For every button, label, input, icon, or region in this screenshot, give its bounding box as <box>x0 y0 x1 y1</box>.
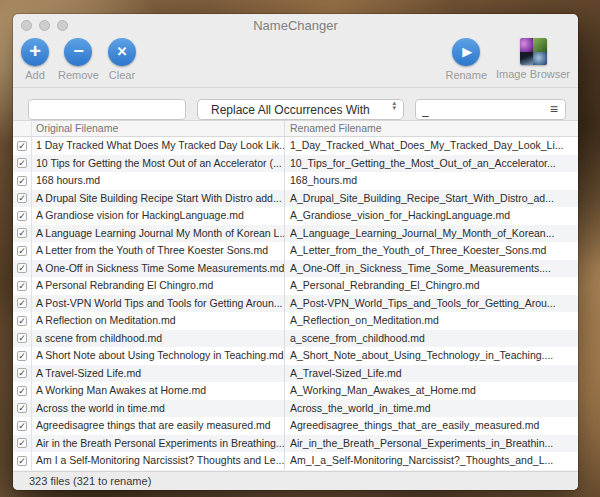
table-header: Original Filename Renamed Filename <box>13 120 578 137</box>
table-row[interactable]: ✓ Air in the Breath Personal Experiments… <box>13 435 578 453</box>
table-row[interactable]: ✓ A Language Learning Journal My Month o… <box>13 225 578 243</box>
row-checkbox[interactable]: ✓ <box>17 298 27 308</box>
table-row[interactable]: ✓ Across the world in time.md Across_the… <box>13 400 578 418</box>
renamed-filename-cell: A_Letter_from_the_Youth_of_Three_Koester… <box>285 242 578 260</box>
table-row[interactable]: ✓ A Letter from the Youth of Three Koest… <box>13 242 578 260</box>
original-filename-column-header[interactable]: Original Filename <box>32 121 285 136</box>
row-checkbox-cell: ✓ <box>13 225 32 243</box>
row-checkbox[interactable]: ✓ <box>17 351 27 361</box>
row-checkbox-cell: ✓ <box>13 347 32 365</box>
renamed-filename-cell: A_Drupal_Site_Building_Recipe_Start_With… <box>285 190 578 208</box>
table-row[interactable]: ✓ Am I a Self-Monitoring Narcissist? Tho… <box>13 452 578 470</box>
row-checkbox-cell: ✓ <box>13 277 32 295</box>
add-button-label: Add <box>25 69 45 81</box>
renamed-filename-column-header[interactable]: Renamed Filename <box>285 121 578 136</box>
table-row[interactable]: ✓ A One-Off in Sickness Time Some Measur… <box>13 260 578 278</box>
rename-mode-dropdown[interactable]: Replace All Occurrences With ▴ ▾ <box>197 99 404 120</box>
row-checkbox[interactable]: ✓ <box>17 193 27 203</box>
original-filename-cell: 1 Day Tracked What Does My Tracked Day L… <box>32 137 285 155</box>
titlebar[interactable]: NameChanger <box>13 14 578 36</box>
clear-button-label: Clear <box>109 69 135 81</box>
table-row[interactable]: ✓ a scene from childhood.md a_scene_from… <box>13 330 578 348</box>
renamed-filename-cell: A_Reflection_on_Meditation.md <box>285 312 578 330</box>
original-filename-cell: A Working Man Awakes at Home.md <box>32 382 285 400</box>
row-checkbox-cell: ✓ <box>13 382 32 400</box>
row-checkbox[interactable]: ✓ <box>17 141 27 151</box>
table-row[interactable]: ✓ A Personal Rebranding El Chingro.md A_… <box>13 277 578 295</box>
row-checkbox[interactable]: ✓ <box>17 176 27 186</box>
checkbox-column-header[interactable] <box>13 121 32 136</box>
dropdown-chevrons-icon: ▴ ▾ <box>392 101 396 110</box>
image-browser-icon <box>520 38 547 65</box>
original-filename-cell: Across the world in time.md <box>32 400 285 418</box>
status-bar: 323 files (321 to rename) <box>13 471 578 490</box>
renamed-filename-cell: Across_the_world_in_time.md <box>285 400 578 418</box>
table-row[interactable]: ✓ A Post-VPN World Tips and Tools for Ge… <box>13 295 578 313</box>
original-filename-cell: A One-Off in Sickness Time Some Measurem… <box>32 260 285 278</box>
table-row[interactable]: ✓ 1 Day Tracked What Does My Tracked Day… <box>13 137 578 155</box>
renamed-filename-cell: A_Travel-Sized_Life.md <box>285 365 578 383</box>
original-filename-cell: A Grandiose vision for HackingLanguage.m… <box>32 207 285 225</box>
row-checkbox[interactable]: ✓ <box>17 228 27 238</box>
row-checkbox-cell: ✓ <box>13 400 32 418</box>
original-filename-cell: A Drupal Site Building Recipe Start With… <box>32 190 285 208</box>
row-checkbox[interactable]: ✓ <box>17 438 27 448</box>
table-row[interactable]: ✓ 168 hours.md 168_hours.md <box>13 172 578 190</box>
original-filename-cell: A Letter from the Youth of Three Koester… <box>32 242 285 260</box>
original-filename-cell: A Reflection on Meditation.md <box>32 312 285 330</box>
add-button[interactable]: + Add <box>21 38 49 81</box>
renamed-filename-cell: Air_in_the_Breath_Personal_Experiments_i… <box>285 435 578 453</box>
row-checkbox[interactable]: ✓ <box>17 281 27 291</box>
row-checkbox[interactable]: ✓ <box>17 403 27 413</box>
row-checkbox-cell: ✓ <box>13 242 32 260</box>
row-checkbox[interactable]: ✓ <box>17 456 27 466</box>
window-title: NameChanger <box>13 14 578 36</box>
row-checkbox[interactable]: ✓ <box>17 421 27 431</box>
original-filename-cell: A Personal Rebranding El Chingro.md <box>32 277 285 295</box>
image-browser-button[interactable]: Image Browser <box>496 38 570 80</box>
replacement-field-wrap: ≡ <box>415 99 566 120</box>
clear-button[interactable]: ✕ Clear <box>108 38 136 81</box>
original-filename-cell: Am I a Self-Monitoring Narcissist? Thoug… <box>32 452 285 470</box>
table-row[interactable]: ✓ A Reflection on Meditation.md A_Reflec… <box>13 312 578 330</box>
row-checkbox[interactable]: ✓ <box>17 211 27 221</box>
rename-button[interactable]: ▶ Rename <box>445 38 487 81</box>
original-filename-cell: 168 hours.md <box>32 172 285 190</box>
table-row[interactable]: ✓ Agreedisagree things that are easily m… <box>13 417 578 435</box>
original-filename-cell: Air in the Breath Personal Experiments i… <box>32 435 285 453</box>
row-checkbox[interactable]: ✓ <box>17 368 27 378</box>
add-icon: + <box>29 51 41 53</box>
renamed-filename-cell: A_Working_Man_Awakes_at_Home.md <box>285 382 578 400</box>
row-checkbox[interactable]: ✓ <box>17 333 27 343</box>
row-checkbox[interactable]: ✓ <box>17 158 27 168</box>
original-filename-cell: A Post-VPN World Tips and Tools for Gett… <box>32 295 285 313</box>
table-row[interactable]: ✓ A Drupal Site Building Recipe Start Wi… <box>13 190 578 208</box>
row-checkbox[interactable]: ✓ <box>17 263 27 273</box>
toolbar: + Add − Remove ✕ Clear ▶ Rename Image Br… <box>13 34 578 88</box>
search-pattern-input[interactable] <box>28 99 186 120</box>
original-filename-cell: A Short Note about Using Technology in T… <box>32 347 285 365</box>
row-checkbox-cell: ✓ <box>13 435 32 453</box>
table-body: ✓ 1 Day Tracked What Does My Tracked Day… <box>13 137 578 471</box>
table-row[interactable]: ✓ 10 Tips for Getting the Most Out of an… <box>13 155 578 173</box>
row-checkbox[interactable]: ✓ <box>17 386 27 396</box>
renamed-filename-cell: A_Short_Note_about_Using_Technology_in_T… <box>285 347 578 365</box>
rename-button-label: Rename <box>445 69 487 81</box>
renamed-filename-cell: 10_Tips_for_Getting_the_Most_Out_of_an_A… <box>285 155 578 173</box>
field-menu-icon[interactable]: ≡ <box>550 100 558 119</box>
table-row[interactable]: ✓ A Travel-Sized Life.md A_Travel-Sized_… <box>13 365 578 383</box>
original-filename-cell: a scene from childhood.md <box>32 330 285 348</box>
row-checkbox-cell: ✓ <box>13 155 32 173</box>
renamed-filename-cell: Am_I_a_Self-Monitoring_Narcissist?_Thoug… <box>285 452 578 470</box>
remove-button[interactable]: − Remove <box>58 38 99 81</box>
row-checkbox-cell: ✓ <box>13 312 32 330</box>
row-checkbox[interactable]: ✓ <box>17 246 27 256</box>
renamed-filename-cell: A_Personal_Rebranding_El_Chingro.md <box>285 277 578 295</box>
row-checkbox[interactable]: ✓ <box>17 316 27 326</box>
table-row[interactable]: ✓ A Short Note about Using Technology in… <box>13 347 578 365</box>
table-row[interactable]: ✓ A Grandiose vision for HackingLanguage… <box>13 207 578 225</box>
remove-button-label: Remove <box>58 69 99 81</box>
row-checkbox-cell: ✓ <box>13 172 32 190</box>
replacement-input[interactable] <box>416 100 565 119</box>
table-row[interactable]: ✓ A Working Man Awakes at Home.md A_Work… <box>13 382 578 400</box>
